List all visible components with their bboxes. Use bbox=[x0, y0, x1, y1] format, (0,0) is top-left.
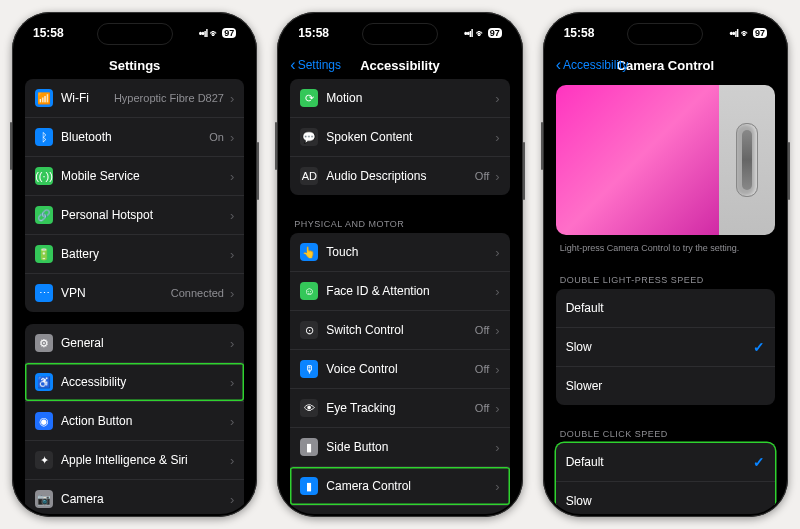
row-label: Battery bbox=[61, 247, 226, 261]
row-label: Camera bbox=[61, 492, 226, 506]
phone-accessibility: 15:58 ••ıl ᯤ 97 ‹ Settings Accessibility… bbox=[277, 12, 522, 517]
row-label: Motion bbox=[326, 91, 491, 105]
general-icon: ⚙ bbox=[35, 334, 53, 352]
chevron-right-icon: › bbox=[230, 414, 234, 429]
section-header-lightpress: DOUBLE LIGHT-PRESS SPEED bbox=[546, 263, 785, 289]
bluetooth-icon: ᛒ bbox=[35, 128, 53, 146]
clock: 15:58 bbox=[298, 26, 329, 40]
chevron-right-icon: › bbox=[230, 247, 234, 262]
row-general[interactable]: ⚙General› bbox=[25, 324, 244, 362]
row-battery[interactable]: 🔋Battery› bbox=[25, 234, 244, 273]
wifi-icon: ᯤ bbox=[476, 28, 485, 39]
section-header-physical: PHYSICAL AND MOTOR bbox=[280, 207, 519, 233]
row-value: On bbox=[209, 131, 224, 143]
row-value: Hyperoptic Fibre D827 bbox=[114, 92, 224, 104]
nav-bar: ‹ Accessibility Camera Control bbox=[546, 51, 785, 79]
row-label: Apple Intelligence & Siri bbox=[61, 453, 226, 467]
vision-group-tail: ⟳Motion›💬Spoken Content›ADAudio Descript… bbox=[290, 79, 509, 195]
row-action-button[interactable]: ◉Action Button› bbox=[25, 401, 244, 440]
network-group: 📶Wi-FiHyperoptic Fibre D827›ᛒBluetoothOn… bbox=[25, 79, 244, 312]
camera-control-preview[interactable] bbox=[556, 85, 775, 235]
dynamic-island bbox=[97, 23, 173, 45]
chevron-right-icon: › bbox=[230, 336, 234, 351]
face-id-attention-icon: ☺ bbox=[300, 282, 318, 300]
chevron-left-icon: ‹ bbox=[556, 57, 561, 73]
row-audio-descriptions[interactable]: ADAudio DescriptionsOff› bbox=[290, 156, 509, 195]
row-side-button[interactable]: ▮Side Button› bbox=[290, 427, 509, 466]
chevron-right-icon: › bbox=[495, 440, 499, 455]
row-apple-intelligence-siri[interactable]: ✦Apple Intelligence & Siri› bbox=[25, 440, 244, 479]
row-label: VPN bbox=[61, 286, 171, 300]
touch-icon: 👆 bbox=[300, 243, 318, 261]
battery-indicator: 97 bbox=[488, 28, 502, 38]
back-button[interactable]: ‹ Accessibility bbox=[556, 57, 629, 73]
row-bluetooth[interactable]: ᛒBluetoothOn› bbox=[25, 117, 244, 156]
dynamic-island bbox=[362, 23, 438, 45]
row-vpn[interactable]: ⋯VPNConnected› bbox=[25, 273, 244, 312]
row-touch[interactable]: 👆Touch› bbox=[290, 233, 509, 271]
row-label: Default bbox=[566, 301, 765, 315]
action-button-icon: ◉ bbox=[35, 412, 53, 430]
row-face-id-attention[interactable]: ☺Face ID & Attention› bbox=[290, 271, 509, 310]
clock: 15:58 bbox=[33, 26, 64, 40]
row-accessibility[interactable]: ♿Accessibility› bbox=[25, 362, 244, 401]
preview-phone-side bbox=[719, 85, 775, 235]
audio-descriptions-icon: AD bbox=[300, 167, 318, 185]
row-wi-fi[interactable]: 📶Wi-FiHyperoptic Fibre D827› bbox=[25, 79, 244, 117]
chevron-right-icon: › bbox=[495, 479, 499, 494]
row-apple-watch-mirroring[interactable]: ⌚Apple Watch Mirroring› bbox=[290, 505, 509, 514]
row-slow[interactable]: Slow✓ bbox=[556, 327, 775, 366]
battery-indicator: 97 bbox=[753, 28, 767, 38]
clock: 15:58 bbox=[564, 26, 595, 40]
vpn-icon: ⋯ bbox=[35, 284, 53, 302]
nav-bar: ‹ Settings Accessibility bbox=[280, 51, 519, 79]
wifi-icon: ᯤ bbox=[210, 28, 219, 39]
row-camera[interactable]: 📷Camera› bbox=[25, 479, 244, 514]
row-slow[interactable]: Slow bbox=[556, 481, 775, 514]
chevron-right-icon: › bbox=[230, 492, 234, 507]
dynamic-island bbox=[627, 23, 703, 45]
back-button[interactable]: ‹ Settings bbox=[290, 57, 341, 73]
camera-control-icon: ▮ bbox=[300, 477, 318, 495]
camera-control-button-graphic bbox=[736, 123, 758, 197]
row-motion[interactable]: ⟳Motion› bbox=[290, 79, 509, 117]
checkmark-icon: ✓ bbox=[753, 454, 765, 470]
cell-signal-icon: ••ıl bbox=[464, 28, 473, 39]
side-button-icon: ▮ bbox=[300, 438, 318, 456]
chevron-right-icon: › bbox=[230, 208, 234, 223]
row-default[interactable]: Default✓ bbox=[556, 443, 775, 481]
row-value: Connected bbox=[171, 287, 224, 299]
battery-indicator: 97 bbox=[222, 28, 236, 38]
row-value: Off bbox=[475, 324, 489, 336]
row-label: Default bbox=[566, 455, 753, 469]
row-voice-control[interactable]: 🎙Voice ControlOff› bbox=[290, 349, 509, 388]
row-switch-control[interactable]: ⊙Switch ControlOff› bbox=[290, 310, 509, 349]
row-label: Accessibility bbox=[61, 375, 226, 389]
physical-motor-group: 👆Touch›☺Face ID & Attention›⊙Switch Cont… bbox=[290, 233, 509, 514]
row-label: Wi-Fi bbox=[61, 91, 114, 105]
row-default[interactable]: Default bbox=[556, 289, 775, 327]
back-label: Settings bbox=[298, 58, 341, 72]
chevron-left-icon: ‹ bbox=[290, 57, 295, 73]
chevron-right-icon: › bbox=[495, 362, 499, 377]
row-label: General bbox=[61, 336, 226, 350]
chevron-right-icon: › bbox=[495, 169, 499, 184]
nav-bar: Settings bbox=[15, 51, 254, 79]
row-camera-control[interactable]: ▮Camera Control› bbox=[290, 466, 509, 505]
voice-control-icon: 🎙 bbox=[300, 360, 318, 378]
chevron-right-icon: › bbox=[230, 169, 234, 184]
cell-signal-icon: ••ıl bbox=[729, 28, 738, 39]
wi-fi-icon: 📶 bbox=[35, 89, 53, 107]
row-mobile-service[interactable]: ((·))Mobile Service› bbox=[25, 156, 244, 195]
row-label: Touch bbox=[326, 245, 491, 259]
chevron-right-icon: › bbox=[230, 453, 234, 468]
chevron-right-icon: › bbox=[495, 91, 499, 106]
row-spoken-content[interactable]: 💬Spoken Content› bbox=[290, 117, 509, 156]
row-personal-hotspot[interactable]: 🔗Personal Hotspot› bbox=[25, 195, 244, 234]
row-slower[interactable]: Slower bbox=[556, 366, 775, 405]
row-eye-tracking[interactable]: 👁Eye TrackingOff› bbox=[290, 388, 509, 427]
camera-icon: 📷 bbox=[35, 490, 53, 508]
row-label: Mobile Service bbox=[61, 169, 226, 183]
cell-signal-icon: ••ıl bbox=[199, 28, 208, 39]
preview-wallpaper bbox=[556, 85, 719, 235]
